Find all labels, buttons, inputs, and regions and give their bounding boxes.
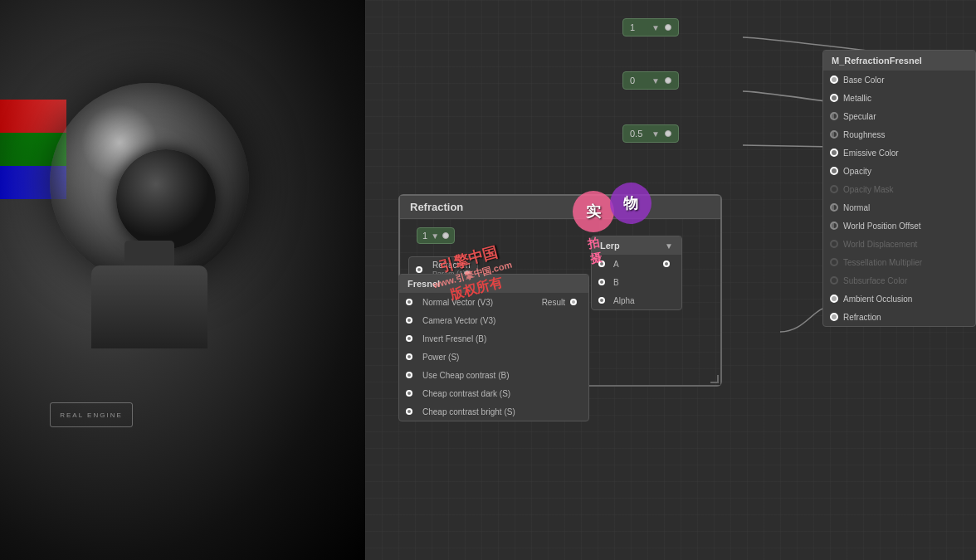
- fresnel-pin-cheap-contrast[interactable]: Use Cheap contrast (B): [399, 366, 588, 384]
- camera-base: [91, 265, 207, 348]
- value-node-1[interactable]: 1 ▼: [622, 18, 679, 37]
- fresnel-result-pin[interactable]: [570, 299, 577, 305]
- param-pin[interactable]: [416, 266, 422, 273]
- pin-roughness[interactable]: [830, 130, 838, 139]
- refraction-node-header: Refraction: [400, 196, 720, 219]
- pin-row-roughness[interactable]: Roughness: [823, 125, 975, 144]
- pin-row-normal[interactable]: Normal: [823, 198, 975, 217]
- fresnel-pin-cc-circle[interactable]: [406, 372, 412, 378]
- material-output-node[interactable]: M_RefractionFresnel Base Color Metallic …: [822, 50, 976, 327]
- pin-row-metallic[interactable]: Metallic: [823, 89, 975, 107]
- pin-row-tessellation[interactable]: Tessellation Multiplier: [823, 253, 975, 271]
- viewport-panel: REAL ENGINE: [0, 0, 365, 560]
- value-node-3[interactable]: 0.5 ▼: [622, 124, 679, 143]
- fresnel-pin-invert[interactable]: Invert Fresnel (B): [399, 329, 588, 348]
- value-label-2: 0: [630, 75, 647, 85]
- value-pin-2[interactable]: [665, 77, 671, 84]
- pin-row-opacity[interactable]: Opacity: [823, 162, 975, 180]
- ue-logo: REAL ENGINE: [50, 402, 133, 427]
- lerp-pin-alpha[interactable]: Alpha: [592, 291, 681, 309]
- pin-row-base-color[interactable]: Base Color: [823, 71, 975, 89]
- value-arrow-2: ▼: [651, 76, 660, 85]
- pin-ambient-occlusion[interactable]: [830, 295, 838, 303]
- value-arrow-1: ▼: [651, 23, 660, 32]
- lerp-pin-b-circle[interactable]: [598, 279, 605, 285]
- value-node-2[interactable]: 0 ▼: [622, 71, 679, 90]
- pin-specular[interactable]: [830, 112, 838, 120]
- refraction-val-pin[interactable]: [442, 232, 449, 239]
- fresnel-node[interactable]: Fresnel Normal Vector (V3) Result Camera…: [398, 274, 589, 421]
- pin-base-color[interactable]: [830, 75, 838, 84]
- pin-row-world-position[interactable]: World Position Offset: [823, 217, 975, 235]
- pin-world-position[interactable]: [830, 222, 838, 230]
- fresnel-pin-normal-vector[interactable]: Normal Vector (V3) Result: [399, 293, 588, 311]
- lerp-pin-a-circle[interactable]: [598, 261, 605, 267]
- pin-tessellation[interactable]: [830, 258, 838, 266]
- resize-handle[interactable]: [710, 375, 720, 385]
- pin-row-emissive[interactable]: Emissive Color: [823, 144, 975, 162]
- pin-row-refraction[interactable]: Refraction: [823, 308, 975, 326]
- node-editor[interactable]: 1 ▼ 0 ▼ 0.5 ▼ M_RefractionFresnel Base C…: [365, 0, 976, 560]
- pin-opacity[interactable]: [830, 167, 838, 175]
- lerp-node[interactable]: Lerp ▼ A B: [591, 236, 682, 310]
- fresnel-pin-power-circle[interactable]: [406, 353, 412, 360]
- value-pin-1[interactable]: [665, 24, 671, 31]
- value-arrow-3: ▼: [651, 129, 660, 139]
- camera-model: [33, 66, 266, 348]
- fresnel-pin-nv-circle[interactable]: [406, 299, 412, 305]
- pin-opacity-mask[interactable]: [830, 185, 838, 193]
- fresnel-header: Fresnel: [399, 275, 588, 293]
- pin-subsurface[interactable]: [830, 276, 838, 285]
- pin-row-opacity-mask[interactable]: Opacity Mask: [823, 180, 975, 198]
- value-label-1: 1: [630, 22, 647, 32]
- pin-row-specular[interactable]: Specular: [823, 107, 975, 125]
- lerp-header: Lerp ▼: [592, 236, 681, 255]
- pin-row-world-displacement[interactable]: World Displacement: [823, 235, 975, 253]
- refraction-value-node[interactable]: 1 ▼: [417, 227, 455, 244]
- pin-world-displacement[interactable]: [830, 240, 838, 248]
- pin-refraction[interactable]: [830, 313, 838, 321]
- fresnel-pin-camera-vector[interactable]: Camera Vector (V3): [399, 311, 588, 329]
- fresnel-pin-cd-circle[interactable]: [406, 390, 412, 397]
- pin-normal[interactable]: [830, 203, 838, 212]
- lerp-pin-b[interactable]: B: [592, 273, 681, 291]
- camera-lens: [116, 149, 216, 249]
- lerp-pin-a[interactable]: A: [592, 255, 681, 273]
- fresnel-pin-power[interactable]: Power (S): [399, 348, 588, 366]
- lerp-output-pin[interactable]: [663, 261, 670, 267]
- pin-row-subsurface[interactable]: Subsurface Color: [823, 271, 975, 290]
- lerp-pin-alpha-circle[interactable]: [598, 297, 605, 304]
- pin-row-ambient-occlusion[interactable]: Ambient Occlusion: [823, 290, 975, 308]
- fresnel-pin-invert-circle[interactable]: [406, 335, 412, 342]
- material-node-header: M_RefractionFresnel: [823, 51, 975, 71]
- fresnel-pin-cheap-dark[interactable]: Cheap contrast dark (S): [399, 384, 588, 402]
- value-label-3: 0.5: [630, 129, 647, 139]
- value-pin-3[interactable]: [665, 130, 671, 137]
- pin-metallic[interactable]: [830, 94, 838, 102]
- fresnel-pin-cb-circle[interactable]: [406, 408, 412, 415]
- fresnel-pin-cheap-bright[interactable]: Cheap contrast bright (S): [399, 402, 588, 421]
- pin-emissive[interactable]: [830, 149, 838, 157]
- fresnel-pin-cv-circle[interactable]: [406, 317, 412, 324]
